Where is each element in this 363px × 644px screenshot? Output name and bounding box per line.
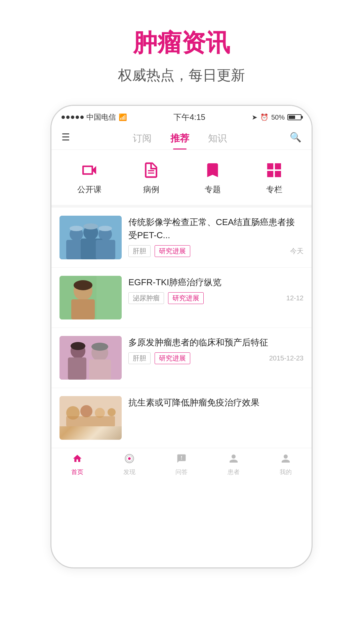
svg-rect-14 — [96, 276, 122, 319]
news-date-2: 12-12 — [286, 294, 304, 302]
news-meta-1: 肝胆 研究进展 今天 — [128, 245, 304, 257]
svg-point-21 — [91, 343, 108, 351]
wifi-icon: 📶 — [119, 113, 127, 121]
home-icon — [72, 454, 82, 466]
news-date-3: 2015-12-23 — [269, 354, 304, 362]
category-grid: 公开课 病例 专题 — [51, 150, 312, 208]
news-date-1: 今天 — [290, 247, 304, 256]
page-subtitle: 权威热点，每日更新 — [118, 66, 245, 85]
news-item-2[interactable]: EGFR-TKI肺癌治疗纵览 泌尿肿瘤 研究进展 12-12 — [51, 268, 312, 328]
phone-frame: 中国电信 📶 下午4:15 ➤ ⏰ 50% ☰ 订阅 推荐 知识 🔍 — [50, 105, 313, 568]
tab-subscribe[interactable]: 订阅 — [123, 129, 161, 149]
bottom-nav-home-label: 首页 — [71, 468, 83, 476]
news-tag-1-0: 肝胆 — [128, 245, 151, 257]
status-left: 中国电信 📶 — [62, 112, 127, 122]
bottom-nav-qa-label: 问答 — [175, 468, 188, 476]
category-cases[interactable]: 病例 — [139, 160, 163, 195]
bottom-nav-home[interactable]: 首页 — [61, 454, 94, 476]
svg-point-29 — [128, 457, 131, 460]
news-title-2: EGFR-TKI肺癌治疗纵览 — [128, 276, 304, 289]
category-column[interactable]: 专栏 — [263, 160, 286, 195]
news-thumb-1 — [59, 216, 122, 259]
status-right: ➤ ⏰ 50% — [252, 113, 301, 121]
news-thumb-3 — [59, 336, 122, 380]
news-list: 传统影像学检查正常、CEA结直肠癌患者接受PET-C... 肝胆 研究进展 今天 — [51, 208, 312, 448]
signal-dot-1 — [62, 116, 65, 119]
tab-knowledge[interactable]: 知识 — [199, 129, 236, 149]
menu-icon[interactable]: ☰ — [62, 132, 70, 147]
svg-rect-6 — [96, 240, 115, 259]
mine-icon — [281, 454, 291, 466]
nav-tabs: ☰ 订阅 推荐 知识 🔍 — [51, 126, 312, 150]
news-item-1[interactable]: 传统影像学检查正常、CEA结直肠癌患者接受PET-C... 肝胆 研究进展 今天 — [51, 208, 312, 268]
news-title-4: 抗生素或可降低肿瘤免疫治疗效果 — [128, 396, 304, 409]
svg-point-9 — [98, 226, 112, 231]
svg-point-13 — [74, 280, 92, 290]
signal-dot-4 — [76, 116, 79, 119]
signal-dots — [62, 116, 84, 119]
bottom-nav-mine[interactable]: 我的 — [269, 454, 302, 476]
location-icon: ➤ — [252, 113, 257, 121]
news-tag-2-1: 研究进展 — [168, 292, 204, 304]
qa-icon — [176, 454, 187, 466]
svg-rect-27 — [66, 416, 115, 426]
alarm-icon: ⏰ — [260, 113, 269, 121]
discover-icon — [124, 454, 134, 466]
document-icon — [139, 160, 163, 180]
category-column-label: 专栏 — [266, 184, 282, 195]
tab-recommend[interactable]: 推荐 — [161, 129, 199, 149]
news-tag-3-1: 研究进展 — [155, 352, 190, 364]
battery-percent: 50% — [271, 114, 285, 121]
svg-rect-17 — [68, 357, 86, 380]
news-meta-2: 泌尿肿瘤 研究进展 12-12 — [128, 292, 304, 304]
bottom-nav-patient-label: 患者 — [228, 468, 240, 476]
svg-point-20 — [71, 342, 85, 350]
bottom-nav: 首页 发现 问答 — [51, 448, 312, 483]
bookmark-icon — [201, 160, 225, 180]
search-icon[interactable]: 🔍 — [290, 132, 301, 147]
page-header: 肿瘤资讯 权威热点，每日更新 — [118, 0, 245, 98]
grid-icon — [263, 160, 286, 180]
category-special-label: 专题 — [205, 184, 221, 195]
news-tag-1-1: 研究进展 — [155, 245, 190, 257]
news-thumb-4 — [59, 396, 122, 440]
bottom-nav-mine-label: 我的 — [280, 468, 292, 476]
svg-point-24 — [80, 405, 92, 417]
news-item-3[interactable]: 多原发肿瘤患者的临床和预产后特征 肝胆 研究进展 2015-12-23 — [51, 328, 312, 388]
svg-point-7 — [70, 226, 83, 231]
bottom-nav-patient[interactable]: 患者 — [217, 454, 250, 476]
news-tag-2-0: 泌尿肿瘤 — [128, 292, 164, 304]
news-title-1: 传统影像学检查正常、CEA结直肠癌患者接受PET-C... — [128, 216, 304, 242]
news-content-2: EGFR-TKI肺癌治疗纵览 泌尿肿瘤 研究进展 12-12 — [128, 276, 304, 304]
category-cases-label: 病例 — [143, 184, 159, 195]
svg-point-26 — [108, 408, 116, 416]
bottom-nav-discover-label: 发现 — [123, 468, 135, 476]
signal-dot-5 — [80, 116, 84, 119]
news-thumb-2 — [59, 276, 122, 319]
category-opencourse[interactable]: 公开课 — [77, 160, 102, 195]
svg-point-8 — [83, 223, 98, 229]
news-title-3: 多原发肿瘤患者的临床和预产后特征 — [128, 336, 304, 349]
patient-icon — [229, 454, 239, 466]
bottom-nav-qa[interactable]: 问答 — [165, 454, 198, 476]
signal-dot-3 — [71, 116, 74, 119]
video-camera-icon — [78, 160, 101, 180]
svg-rect-12 — [71, 299, 95, 319]
news-content-4: 抗生素或可降低肿瘤免疫治疗效果 — [128, 396, 304, 409]
news-item-4[interactable]: 抗生素或可降低肿瘤免疫治疗效果 — [51, 388, 312, 448]
status-bar: 中国电信 📶 下午4:15 ➤ ⏰ 50% — [51, 106, 312, 126]
news-tag-3-0: 肝胆 — [128, 352, 151, 364]
page-title: 肿瘤资讯 — [118, 27, 245, 59]
status-time: 下午4:15 — [173, 112, 205, 123]
battery-fill — [289, 116, 295, 119]
news-meta-3: 肝胆 研究进展 2015-12-23 — [128, 352, 304, 364]
signal-dot-2 — [66, 116, 70, 119]
news-content-3: 多原发肿瘤患者的临床和预产后特征 肝胆 研究进展 2015-12-23 — [128, 336, 304, 364]
battery-indicator — [287, 114, 301, 120]
svg-rect-19 — [89, 359, 111, 380]
carrier-label: 中国电信 — [86, 112, 116, 122]
category-opencourse-label: 公开课 — [77, 184, 102, 195]
news-content-1: 传统影像学检查正常、CEA结直肠癌患者接受PET-C... 肝胆 研究进展 今天 — [128, 216, 304, 257]
category-special[interactable]: 专题 — [201, 160, 225, 195]
bottom-nav-discover[interactable]: 发现 — [113, 454, 146, 476]
